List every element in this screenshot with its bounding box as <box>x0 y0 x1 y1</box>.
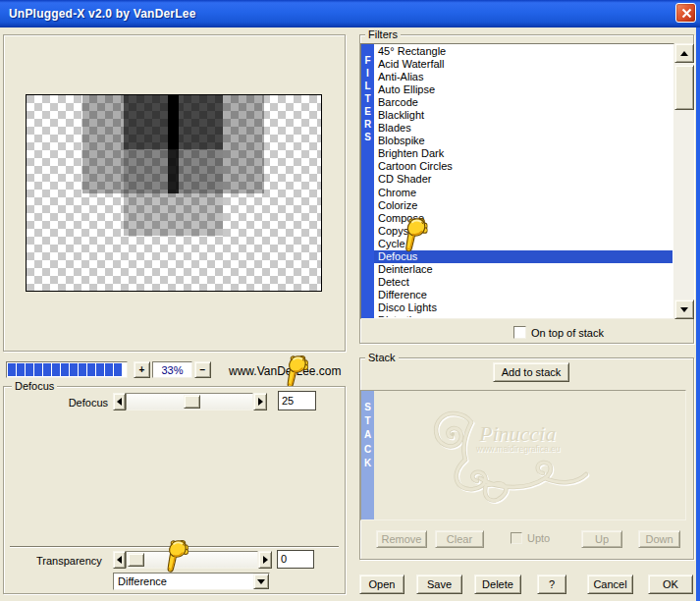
title-bar[interactable]: UnPlugged-X v2.0 by VanDerLee <box>0 0 700 27</box>
svg-text:www.maidiregrafica.eu: www.maidiregrafica.eu <box>475 444 561 454</box>
filter-list-item[interactable]: Blobspike <box>374 135 673 147</box>
defocus-group-label: Defocus <box>12 380 57 392</box>
progress-bar <box>6 361 128 378</box>
add-to-stack-button[interactable]: Add to stack <box>493 362 569 382</box>
filters-scrollbar[interactable] <box>674 43 694 319</box>
defocus-value-field[interactable]: 25 <box>278 391 316 410</box>
filter-list-item[interactable]: Chrome <box>374 187 673 199</box>
filter-list-item[interactable]: CD Shader <box>374 173 673 186</box>
filter-list-item[interactable]: 45° Rectangle <box>374 45 673 58</box>
filter-list-item[interactable]: Deinterlace <box>374 263 673 276</box>
preview-image[interactable] <box>26 94 322 292</box>
transparency-value-field[interactable]: 0 <box>277 550 314 569</box>
zoom-in-button[interactable]: + <box>134 361 150 378</box>
transparency-slider[interactable] <box>126 551 258 569</box>
scrollbar-up-button[interactable] <box>674 43 694 63</box>
filter-list-item[interactable]: Distortion <box>374 314 673 317</box>
filters-group-label: Filters <box>365 28 401 40</box>
filter-list-item[interactable]: Anti-Alias <box>374 71 673 83</box>
combo-dropdown-button[interactable] <box>253 574 269 589</box>
filter-list-item[interactable]: Auto Ellipse <box>374 83 673 96</box>
filter-list-item[interactable]: Disco Lights <box>374 301 673 314</box>
open-button[interactable]: Open <box>359 574 404 594</box>
filter-list-item[interactable]: Detect <box>374 276 673 289</box>
save-button[interactable]: Save <box>416 574 462 594</box>
pointer-hand-icon <box>400 217 428 257</box>
filters-listbox[interactable]: F I L T E R S 45° RectangleAcid Waterfal… <box>360 43 674 319</box>
cancel-button[interactable]: Cancel <box>587 574 633 594</box>
zoom-percent: 33% <box>152 361 192 378</box>
transparency-left-arrow[interactable] <box>113 551 126 569</box>
filter-list-item[interactable]: Cartoon Circles <box>374 160 673 173</box>
filter-list-item[interactable]: Blades <box>374 122 673 135</box>
delete-button[interactable]: Delete <box>474 574 521 594</box>
ok-button[interactable]: OK <box>648 574 693 594</box>
transparency-label: Transparency <box>36 555 102 567</box>
filters-vertical-bar: F I L T E R S <box>361 44 374 318</box>
blend-mode-combo[interactable]: Difference <box>113 573 270 590</box>
window-title: UnPlugged-X v2.0 by VanDerLee <box>9 7 196 21</box>
filter-list-item[interactable]: Acid Waterfall <box>374 58 673 71</box>
filter-list-item[interactable]: Brighten Dark <box>374 147 673 160</box>
defocus-right-arrow[interactable] <box>253 393 267 410</box>
svg-text:Pinuccia: Pinuccia <box>478 421 556 446</box>
defocus-left-arrow[interactable] <box>113 393 126 410</box>
upto-checkbox[interactable] <box>511 532 522 544</box>
scrollbar-thumb[interactable] <box>674 65 694 110</box>
blend-mode-value: Difference <box>118 574 167 589</box>
filter-list-item[interactable]: Barcode <box>374 96 673 109</box>
unplugged-x-dialog: UnPlugged-X v2.0 by VanDerLee + 33% − ww… <box>0 0 700 601</box>
filter-list-item[interactable]: Blacklight <box>374 109 673 122</box>
on-top-of-stack-label: On top of stack <box>531 327 604 339</box>
stack-group-label: Stack <box>365 352 399 363</box>
remove-button[interactable]: Remove <box>376 530 427 548</box>
close-icon <box>680 7 693 20</box>
up-button[interactable]: Up <box>581 530 622 548</box>
scrollbar-down-button[interactable] <box>674 300 694 319</box>
defocus-slider-thumb[interactable] <box>184 395 200 409</box>
on-top-of-stack-checkbox[interactable] <box>513 326 526 339</box>
upto-label: Upto <box>527 532 550 544</box>
help-button[interactable]: ? <box>537 574 566 594</box>
transparency-slider-thumb[interactable] <box>128 553 144 567</box>
clear-button[interactable]: Clear <box>435 530 484 548</box>
zoom-out-button[interactable]: − <box>194 361 211 378</box>
window-border <box>696 27 700 601</box>
defocus-slider[interactable] <box>126 393 253 410</box>
watermark: Pinuccia Pinuccia www.maidiregrafica.eu … <box>374 391 686 519</box>
stack-list[interactable]: S T A C K Pinuccia Pinuccia www.maidireg… <box>360 390 686 520</box>
defocus-slider-label: Defocus <box>39 397 108 409</box>
transparency-right-arrow[interactable] <box>258 551 272 569</box>
filter-list-item[interactable]: Colorize <box>374 199 673 212</box>
close-button[interactable] <box>675 3 696 23</box>
stack-vertical-bar: S T A C K <box>361 391 374 519</box>
down-button[interactable]: Down <box>638 530 680 548</box>
filter-list-item[interactable]: Difference <box>374 289 673 301</box>
